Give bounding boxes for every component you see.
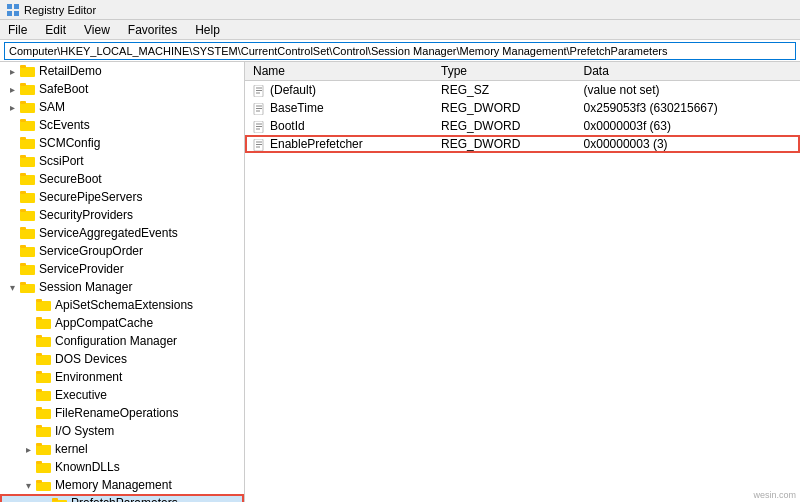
tree-item-secureboot[interactable]: SecureBoot <box>0 170 244 188</box>
tree-item-configurationmanager[interactable]: Configuration Manager <box>0 332 244 350</box>
svg-rect-34 <box>36 337 51 347</box>
svg-rect-23 <box>20 227 26 230</box>
tree-item-securityproviders[interactable]: SecurityProviders <box>0 206 244 224</box>
svg-rect-31 <box>36 299 42 302</box>
folder-icon-sam <box>20 100 36 114</box>
tree-item-filerenameoperations[interactable]: FileRenameOperations <box>0 404 244 422</box>
tree-item-sam[interactable]: ▸SAM <box>0 98 244 116</box>
svg-rect-13 <box>20 137 26 140</box>
folder-icon-sessionmanager <box>20 280 36 294</box>
folder-icon-iosystem <box>36 424 52 438</box>
tree-item-kernel[interactable]: ▸kernel <box>0 440 244 458</box>
menu-bar: FileEditViewFavoritesHelp <box>0 20 800 40</box>
menu-item-help[interactable]: Help <box>191 22 224 38</box>
tree-label-appcompatcache: AppCompatCache <box>55 316 153 330</box>
svg-rect-20 <box>20 211 35 221</box>
menu-item-file[interactable]: File <box>4 22 31 38</box>
table-row[interactable]: BootIdREG_DWORD0x0000003f (63) <box>245 117 800 135</box>
col-name: Name <box>245 62 433 81</box>
address-input[interactable] <box>4 42 796 60</box>
tree-item-securepipeservers[interactable]: SecurePipeServers <box>0 188 244 206</box>
tree-item-safeboot[interactable]: ▸SafeBoot <box>0 80 244 98</box>
expand-icon-memorymanagement[interactable]: ▾ <box>20 480 36 491</box>
svg-rect-30 <box>36 301 51 311</box>
tree-item-knowndlls[interactable]: KnownDLLs <box>0 458 244 476</box>
svg-rect-50 <box>36 482 51 491</box>
svg-rect-36 <box>36 355 51 365</box>
svg-rect-12 <box>20 139 35 149</box>
svg-rect-25 <box>20 245 26 248</box>
table-row[interactable]: BaseTimeREG_DWORD0x259053f3 (630215667) <box>245 99 800 117</box>
table-row[interactable]: EnablePrefetcherREG_DWORD0x00000003 (3) <box>245 135 800 153</box>
expand-icon-kernel[interactable]: ▸ <box>20 444 36 455</box>
tree-item-sessionmanager[interactable]: ▾Session Manager <box>0 278 244 296</box>
svg-rect-22 <box>20 229 35 239</box>
tree-item-serviceaggregatedevents[interactable]: ServiceAggregatedEvents <box>0 224 244 242</box>
cell-name-enableprefetcher: EnablePrefetcher <box>245 135 433 153</box>
cell-data-default: (value not set) <box>576 81 800 100</box>
folder-icon-secureboot <box>20 172 36 186</box>
svg-rect-28 <box>20 284 35 293</box>
tree-label-securityproviders: SecurityProviders <box>39 208 133 222</box>
svg-rect-42 <box>36 409 51 419</box>
tree-item-scsiport[interactable]: ScsiPort <box>0 152 244 170</box>
tree-panel[interactable]: ▸RetailDemo▸SafeBoot▸SAMScEventsSCMConfi… <box>0 62 245 502</box>
expand-icon-safeboot[interactable]: ▸ <box>4 84 20 95</box>
svg-rect-33 <box>36 317 42 320</box>
cell-type-default: REG_SZ <box>433 81 576 100</box>
tree-label-scmconfig: SCMConfig <box>39 136 100 150</box>
folder-icon-executive <box>36 388 52 402</box>
svg-rect-5 <box>20 65 26 68</box>
folder-icon-scsiport <box>20 154 36 168</box>
folder-icon-safeboot <box>20 82 36 96</box>
tree-item-scmconfig[interactable]: SCMConfig <box>0 134 244 152</box>
svg-rect-16 <box>20 175 35 185</box>
folder-icon-kernel <box>36 442 52 456</box>
folder-icon-scmconfig <box>20 136 36 150</box>
tree-item-serviceprovider[interactable]: ServiceProvider <box>0 260 244 278</box>
expand-icon-retaildemo[interactable]: ▸ <box>4 66 20 77</box>
expand-icon-sam[interactable]: ▸ <box>4 102 20 113</box>
watermark: wesin.com <box>753 490 796 500</box>
menu-item-edit[interactable]: Edit <box>41 22 70 38</box>
tree-label-apisetschemaextensions: ApiSetSchemaExtensions <box>55 298 193 312</box>
menu-item-favorites[interactable]: Favorites <box>124 22 181 38</box>
tree-item-scevents[interactable]: ScEvents <box>0 116 244 134</box>
svg-rect-32 <box>36 319 51 329</box>
tree-label-scsiport: ScsiPort <box>39 154 84 168</box>
cell-name-basetime: BaseTime <box>245 99 433 117</box>
table-row[interactable]: (Default)REG_SZ(value not set) <box>245 81 800 100</box>
tree-item-executive[interactable]: Executive <box>0 386 244 404</box>
tree-label-executive: Executive <box>55 388 107 402</box>
tree-item-servicegrouporder[interactable]: ServiceGroupOrder <box>0 242 244 260</box>
svg-rect-44 <box>36 427 51 437</box>
tree-item-memorymanagement[interactable]: ▾Memory Management <box>0 476 244 494</box>
svg-rect-19 <box>20 191 26 194</box>
svg-rect-9 <box>20 101 26 104</box>
svg-rect-48 <box>36 463 51 473</box>
tree-item-environment[interactable]: Environment <box>0 368 244 386</box>
menu-item-view[interactable]: View <box>80 22 114 38</box>
tree-item-retaildemo[interactable]: ▸RetailDemo <box>0 62 244 80</box>
tree-label-prefetchparameters: PrefetchParameters <box>71 496 178 502</box>
values-table: Name Type Data (Default)REG_SZ(value not… <box>245 62 800 153</box>
svg-rect-40 <box>36 391 51 401</box>
svg-rect-53 <box>52 498 58 501</box>
tree-item-prefetchparameters[interactable]: PrefetchParameters <box>0 494 244 502</box>
values-panel[interactable]: Name Type Data (Default)REG_SZ(value not… <box>245 62 800 502</box>
tree-label-secureboot: SecureBoot <box>39 172 102 186</box>
svg-rect-49 <box>36 461 42 464</box>
app-icon <box>6 3 20 17</box>
tree-item-apisetschemaextensions[interactable]: ApiSetSchemaExtensions <box>0 296 244 314</box>
folder-icon-serviceaggregatedevents <box>20 226 36 240</box>
folder-icon-appcompatcache <box>36 316 52 330</box>
tree-label-dosdevices: DOS Devices <box>55 352 127 366</box>
address-bar <box>0 40 800 62</box>
svg-rect-10 <box>20 121 35 131</box>
tree-item-appcompatcache[interactable]: AppCompatCache <box>0 314 244 332</box>
title-bar: Registry Editor <box>0 0 800 20</box>
tree-item-iosystem[interactable]: I/O System <box>0 422 244 440</box>
expand-icon-sessionmanager[interactable]: ▾ <box>4 282 20 293</box>
tree-item-dosdevices[interactable]: DOS Devices <box>0 350 244 368</box>
svg-rect-39 <box>36 371 42 374</box>
